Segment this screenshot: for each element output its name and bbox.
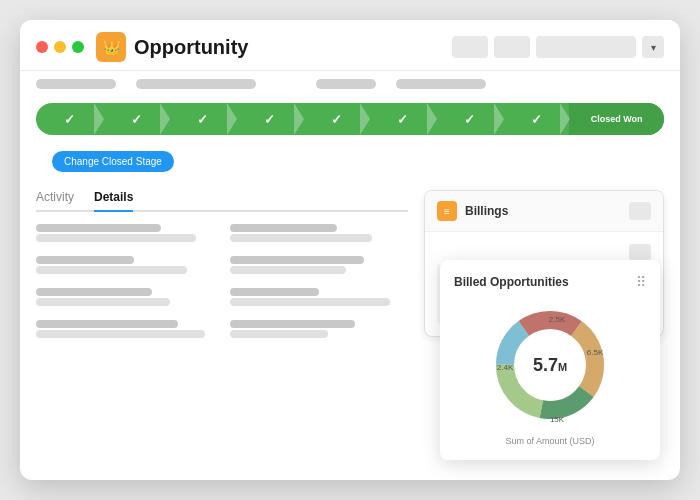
- label-2.5k: 2.5K: [549, 315, 566, 324]
- detail-pair-5: [230, 224, 408, 242]
- donut-chart: 2.5K 6.5K 15K 2.4K 5.7M: [485, 300, 615, 430]
- pipeline-step-7[interactable]: ✓: [436, 103, 503, 135]
- billed-opportunities-card: Billed Opportunities ⠿: [440, 260, 660, 460]
- detail-value-1: [36, 234, 196, 242]
- pipeline-step-6[interactable]: ✓: [369, 103, 436, 135]
- meta-pill-4: [396, 79, 486, 89]
- tabs: Activity Details: [36, 190, 408, 212]
- app-icon: 👑: [96, 32, 126, 62]
- detail-value-6: [230, 266, 346, 274]
- pipeline-step-1[interactable]: ✓: [36, 103, 103, 135]
- chart-sub-header: [437, 244, 651, 260]
- detail-label-2: [36, 256, 134, 264]
- meta-pill-3: [316, 79, 376, 89]
- header-dropdown[interactable]: ▾: [642, 36, 664, 58]
- meta-row: [20, 71, 680, 97]
- page-title: Opportunity: [134, 36, 452, 59]
- detail-value-3: [36, 298, 170, 306]
- details-col-right: [230, 224, 408, 344]
- billings-title: Billings: [465, 204, 629, 218]
- pipeline-step-8[interactable]: ✓: [503, 103, 570, 135]
- detail-pair-3: [36, 288, 214, 306]
- donut-value: 5.7M: [533, 355, 567, 376]
- grid-icon[interactable]: ⠿: [636, 274, 646, 290]
- billed-opp-title: Billed Opportunities: [454, 275, 569, 289]
- billed-opp-header: Billed Opportunities ⠿: [454, 274, 646, 290]
- billings-icon: ≡: [437, 201, 457, 221]
- left-panel: Activity Details: [36, 190, 408, 344]
- chart-sub-button[interactable]: [629, 244, 651, 260]
- label-6.5k: 6.5K: [587, 348, 604, 357]
- minimize-button[interactable]: [54, 41, 66, 53]
- change-stage-area: Change Closed Stage: [20, 143, 680, 186]
- chart-axis-label: Sum of Amount (USD): [505, 436, 594, 446]
- pipeline-step-closed-won[interactable]: Closed Won: [569, 103, 664, 135]
- detail-label-3: [36, 288, 152, 296]
- header-btn-1[interactable]: [452, 36, 488, 58]
- donut-wrapper: 2.5K 6.5K 15K 2.4K 5.7M Sum of Amount (U…: [454, 300, 646, 446]
- meta-pill-1: [36, 79, 116, 89]
- app-window: 👑 Opportunity ▾ ✓ ✓ ✓ ✓ ✓ ✓ ✓ ✓: [20, 20, 680, 480]
- detail-label-5: [230, 224, 337, 232]
- label-15k: 15K: [550, 415, 565, 424]
- detail-label-6: [230, 256, 364, 264]
- tab-details[interactable]: Details: [94, 190, 133, 212]
- pipeline-step-3[interactable]: ✓: [169, 103, 236, 135]
- label-2.4k: 2.4K: [497, 363, 514, 372]
- pipeline-row: ✓ ✓ ✓ ✓ ✓ ✓ ✓ ✓ Closed Won: [20, 97, 680, 143]
- meta-pill-2: [136, 79, 256, 89]
- detail-pair-1: [36, 224, 214, 242]
- detail-pair-7: [230, 288, 408, 306]
- change-stage-button[interactable]: Change Closed Stage: [52, 151, 174, 172]
- title-bar: 👑 Opportunity ▾: [20, 20, 680, 71]
- details-rows: [36, 224, 408, 344]
- pipeline-step-2[interactable]: ✓: [103, 103, 170, 135]
- detail-pair-8: [230, 320, 408, 338]
- tab-activity[interactable]: Activity: [36, 190, 74, 210]
- maximize-button[interactable]: [72, 41, 84, 53]
- pipeline: ✓ ✓ ✓ ✓ ✓ ✓ ✓ ✓ Closed Won: [36, 103, 664, 135]
- detail-pair-2: [36, 256, 214, 274]
- header-btn-3[interactable]: [536, 36, 636, 58]
- donut-center: 5.7M: [533, 355, 567, 376]
- detail-label-8: [230, 320, 355, 328]
- pipeline-step-4[interactable]: ✓: [236, 103, 303, 135]
- header-controls: ▾: [452, 36, 664, 58]
- detail-value-4: [36, 330, 205, 338]
- detail-pair-6: [230, 256, 408, 274]
- billings-menu-button[interactable]: [629, 202, 651, 220]
- detail-value-8: [230, 330, 328, 338]
- detail-value-5: [230, 234, 372, 242]
- detail-value-7: [230, 298, 390, 306]
- detail-value-2: [36, 266, 187, 274]
- detail-label-1: [36, 224, 161, 232]
- header-btn-2[interactable]: [494, 36, 530, 58]
- pipeline-step-5[interactable]: ✓: [303, 103, 370, 135]
- close-button[interactable]: [36, 41, 48, 53]
- detail-label-4: [36, 320, 178, 328]
- billings-header: ≡ Billings: [425, 191, 663, 232]
- detail-label-7: [230, 288, 319, 296]
- detail-pair-4: [36, 320, 214, 338]
- traffic-lights: [36, 41, 84, 53]
- details-col-left: [36, 224, 214, 344]
